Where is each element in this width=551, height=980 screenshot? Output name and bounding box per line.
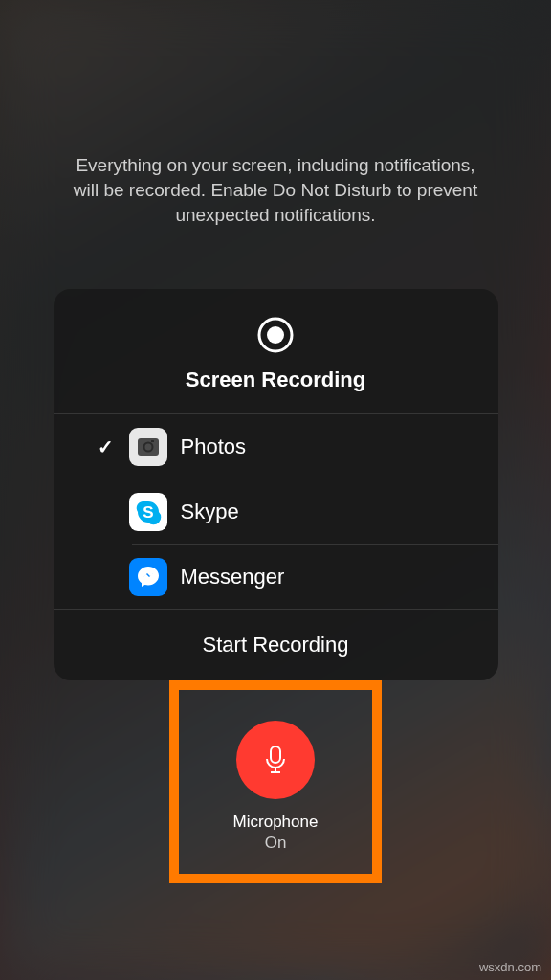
screen-recording-panel: Screen Recording ✓ Photos bbox=[54, 289, 498, 680]
app-label: Photos bbox=[181, 434, 247, 459]
microphone-label: Microphone bbox=[233, 813, 319, 832]
app-label: Skype bbox=[181, 500, 239, 524]
svg-point-1 bbox=[267, 326, 284, 344]
checkmark-icon: ✓ bbox=[87, 435, 125, 458]
app-item-photos[interactable]: ✓ Photos bbox=[54, 414, 498, 479]
app-label: Messenger bbox=[181, 565, 285, 590]
skype-app-icon: S bbox=[129, 493, 167, 531]
microphone-highlight-box: Microphone On bbox=[169, 680, 382, 883]
svg-text:S: S bbox=[143, 503, 153, 522]
panel-title: Screen Recording bbox=[186, 368, 365, 392]
photos-app-icon bbox=[129, 428, 167, 466]
record-icon bbox=[256, 316, 295, 354]
svg-rect-7 bbox=[271, 746, 280, 763]
app-destination-list: ✓ Photos S bbox=[54, 414, 498, 610]
instruction-text: Everything on your screen, including not… bbox=[70, 153, 481, 229]
microphone-icon bbox=[258, 743, 293, 777]
panel-header: Screen Recording bbox=[54, 289, 498, 414]
watermark: wsxdn.com bbox=[479, 960, 541, 974]
microphone-toggle-button[interactable] bbox=[236, 721, 315, 799]
messenger-app-icon bbox=[129, 558, 167, 596]
svg-rect-5 bbox=[151, 440, 154, 442]
app-item-messenger[interactable]: Messenger bbox=[54, 545, 498, 610]
svg-point-4 bbox=[144, 443, 151, 450]
start-recording-button[interactable]: Start Recording bbox=[54, 610, 498, 680]
microphone-status: On bbox=[265, 834, 287, 853]
app-item-skype[interactable]: S Skype bbox=[54, 479, 498, 545]
